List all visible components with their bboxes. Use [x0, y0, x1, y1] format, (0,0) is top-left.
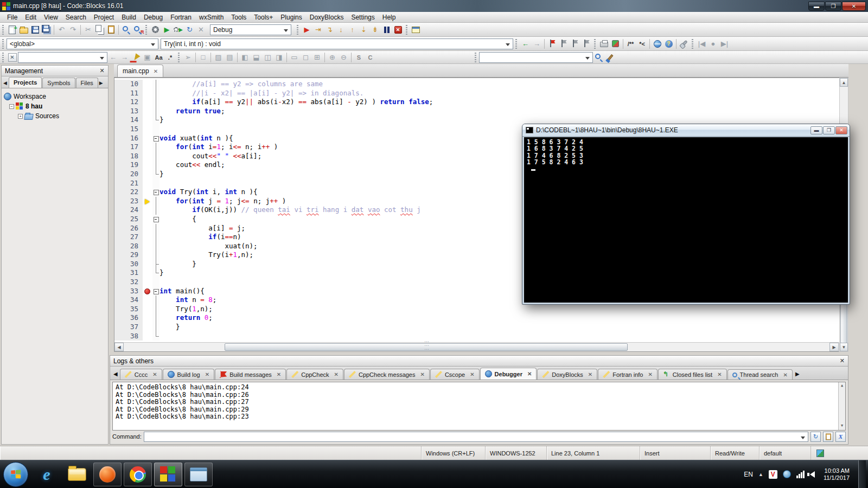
save-all-button[interactable]	[41, 24, 52, 35]
wxsmith-image-tool[interactable]: ▨	[213, 52, 224, 63]
match-case-button[interactable]: Aa	[153, 52, 164, 63]
marker-margin[interactable]	[143, 224, 152, 233]
console-output[interactable]: 1 5 8 6 3 7 2 4 1 6 8 3 7 4 2 5 1 7 4 6 …	[524, 137, 848, 303]
collapse-expander-icon[interactable]: −	[9, 104, 14, 109]
toolbar-gripper[interactable]	[1, 39, 5, 49]
line-number[interactable]: 22	[114, 188, 143, 197]
build-target-combo[interactable]: Debug	[210, 24, 291, 35]
line-number[interactable]: 17	[114, 143, 143, 152]
log-vscrollbar[interactable]	[838, 382, 845, 430]
step-out-button[interactable]: ↑	[347, 24, 358, 35]
menu-file[interactable]: File	[3, 12, 21, 22]
align-right-tool[interactable]: ◨	[273, 52, 285, 63]
tray-v-app-icon[interactable]: V	[769, 470, 777, 479]
marker-margin[interactable]	[143, 242, 152, 251]
menu-edit[interactable]: Edit	[21, 12, 40, 22]
fold-margin[interactable]	[152, 332, 159, 341]
fold-margin[interactable]	[152, 215, 159, 224]
tab-symbols[interactable]: Symbols	[42, 78, 75, 88]
line-number[interactable]: 11	[114, 89, 143, 98]
fold-margin[interactable]	[152, 89, 159, 98]
fold-margin[interactable]	[152, 268, 159, 278]
close-search-button[interactable]: ✕	[7, 52, 18, 63]
show-hidden-icons-icon[interactable]: ▲	[758, 472, 763, 477]
fold-margin[interactable]	[152, 251, 159, 260]
copy-button[interactable]	[94, 24, 105, 35]
run-button[interactable]: ▶	[161, 24, 173, 35]
incremental-search-input[interactable]	[18, 52, 107, 63]
marker-margin[interactable]	[143, 251, 152, 260]
log-tab-fortran-info[interactable]: Fortran info✕	[598, 369, 658, 380]
marker-margin[interactable]	[143, 233, 152, 242]
abort-build-button[interactable]: ✕	[195, 24, 207, 35]
fold-margin[interactable]	[152, 313, 159, 323]
marker-margin[interactable]	[143, 188, 152, 197]
log-tab-debugger[interactable]: Debugger✕	[480, 368, 537, 380]
log-tab-cppcheck-messages[interactable]: CppCheck messages✕	[344, 369, 430, 380]
line-number[interactable]: 33	[114, 287, 143, 296]
log-tab-close-icon[interactable]: ✕	[648, 371, 652, 377]
fold-margin[interactable]	[152, 160, 159, 170]
log-tab-close-icon[interactable]: ✕	[205, 371, 209, 377]
marker-margin[interactable]	[143, 80, 152, 89]
console-maximize-button[interactable]: ❐	[823, 126, 835, 134]
fold-margin[interactable]	[152, 98, 159, 107]
logs-tabs-scroll-left-icon[interactable]: ◀	[111, 371, 120, 380]
menu-tools[interactable]: Tools	[227, 12, 250, 22]
fold-margin[interactable]	[152, 242, 159, 251]
marker-margin[interactable]	[143, 89, 152, 98]
line-number[interactable]: 15	[114, 125, 143, 134]
maximize-button[interactable]: ❐	[825, 2, 841, 11]
source-view-button[interactable]: S	[353, 52, 365, 63]
fold-margin[interactable]	[152, 224, 159, 233]
logs-tabs-scroll-right-icon[interactable]: ▶	[793, 371, 802, 380]
code-line[interactable]: 10 //a[i] == y2 => columns are same	[114, 80, 848, 89]
doxy-web-button[interactable]	[652, 38, 663, 49]
marker-margin[interactable]	[143, 278, 152, 287]
fold-margin[interactable]	[152, 233, 159, 242]
log-tab-cscope[interactable]: Cscope✕	[430, 369, 480, 380]
line-number[interactable]: 35	[114, 305, 143, 314]
taskbar-clock[interactable]: 10:03 AM 11/1/2017	[820, 467, 853, 481]
next-line-button[interactable]: ↴	[324, 24, 335, 35]
fold-margin[interactable]	[152, 170, 159, 179]
symbol-combo[interactable]: Try(int i, int n) : void	[161, 38, 513, 49]
fold-margin[interactable]	[152, 305, 159, 314]
paste-button[interactable]	[105, 24, 117, 35]
taskbar-explorer-icon[interactable]	[63, 463, 91, 486]
code-line[interactable]: 38	[114, 332, 848, 341]
build-button[interactable]	[150, 24, 161, 35]
thread-search-button[interactable]	[598, 38, 610, 49]
next-bookmark-button[interactable]	[569, 38, 580, 49]
line-number[interactable]: 10	[114, 80, 143, 89]
toolbar-gripper[interactable]	[1, 25, 5, 35]
menu-fortran[interactable]: Fortran	[167, 12, 195, 22]
tree-item-workspace[interactable]: Workspace	[4, 92, 106, 101]
doxy-help-button[interactable]: ?	[663, 38, 674, 49]
tabs-scroll-right-icon[interactable]: ▶	[99, 80, 105, 88]
cut-button[interactable]: ✂	[82, 24, 94, 35]
fold-margin[interactable]	[152, 206, 159, 215]
search-prev-button[interactable]: ←	[107, 52, 119, 63]
break-debugger-button[interactable]	[381, 24, 392, 35]
marker-margin[interactable]	[143, 160, 152, 170]
line-number[interactable]: 34	[114, 296, 143, 305]
command-load-button[interactable]	[823, 432, 833, 442]
fold-margin[interactable]	[152, 134, 159, 143]
marker-margin[interactable]	[143, 206, 152, 215]
toolbar-gripper[interactable]	[1, 53, 5, 62]
taskbar-codeblocks-icon[interactable]	[154, 463, 182, 486]
prev-bookmark-button[interactable]	[558, 38, 569, 49]
selected-text-button[interactable]: ▣	[142, 52, 153, 63]
code-line[interactable]: 12 if(a[i] == y2|| abs(i-x2) == abs(a[i]…	[114, 98, 848, 107]
settings-wrench-button[interactable]	[678, 38, 690, 49]
console-close-button[interactable]: ✕	[835, 126, 847, 134]
fold-margin[interactable]	[152, 278, 159, 287]
fold-margin[interactable]	[152, 107, 159, 116]
marker-margin[interactable]	[143, 215, 152, 224]
marker-margin[interactable]	[143, 260, 152, 269]
toolbar-gripper[interactable]	[296, 25, 300, 35]
line-number[interactable]: 16	[114, 134, 143, 143]
line-number[interactable]: 28	[114, 242, 143, 251]
debugging-windows-button[interactable]	[410, 24, 422, 35]
